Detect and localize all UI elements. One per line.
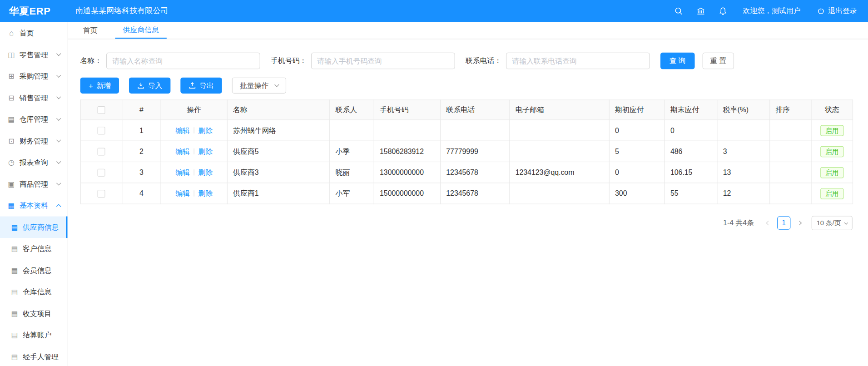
sidebar-item-label: 销售管理 <box>20 93 68 103</box>
edit-link[interactable]: 编辑 <box>175 147 190 155</box>
company-name: 南通某某网络科技有限公司 <box>75 6 169 16</box>
begin-payable-cell: 0 <box>609 162 665 183</box>
export-button[interactable]: 导出 <box>181 78 222 94</box>
status-badge[interactable]: 启用 <box>820 167 843 178</box>
export-label: 导出 <box>199 80 214 90</box>
select-cell <box>80 183 122 204</box>
sidebar-item-goods[interactable]: ▣ 商品管理 <box>0 173 68 195</box>
sidebar-item-label: 零售管理 <box>20 49 68 59</box>
status-badge[interactable]: 启用 <box>820 188 843 199</box>
sidebar-item-handler-management[interactable]: ▤ 经手人管理 <box>0 346 68 366</box>
select-all-checkbox[interactable] <box>98 106 105 114</box>
tax-rate-cell: 3 <box>717 141 770 162</box>
report-icon: ◷ <box>7 158 15 167</box>
sidebar-item-label: 财务管理 <box>20 136 68 146</box>
sales-icon: ⊟ <box>7 94 15 102</box>
tab-home[interactable]: 首页 <box>75 22 105 39</box>
sidebar-item-home[interactable]: ⌂ 首页 <box>0 22 68 44</box>
sidebar-item-purchase[interactable]: ⊞ 采购管理 <box>0 65 68 87</box>
sidebar-item-customer-info[interactable]: ▤ 客户信息 <box>0 238 68 260</box>
reset-button[interactable]: 重 置 <box>702 53 734 69</box>
import-button[interactable]: 导入 <box>129 78 170 94</box>
purchase-icon: ⊞ <box>7 72 15 80</box>
sidebar-item-reports[interactable]: ◷ 报表查询 <box>0 152 68 173</box>
header-tax-rate: 税率(%) <box>717 100 770 120</box>
phone-cell: 15806283912 <box>374 141 440 162</box>
sidebar-item-member-info[interactable]: ▤ 会员信息 <box>0 260 68 282</box>
sidebar-item-income-expense[interactable]: ▤ 收支项目 <box>0 303 68 325</box>
platform-icon[interactable] <box>696 7 705 16</box>
status-badge[interactable]: 启用 <box>820 146 843 157</box>
begin-payable-cell: 300 <box>609 183 665 204</box>
contact-cell: 小季 <box>330 141 374 162</box>
export-icon <box>189 82 196 89</box>
delete-link[interactable]: 删除 <box>198 147 213 155</box>
begin-payable-cell: 0 <box>609 120 665 141</box>
delete-link[interactable]: 删除 <box>198 189 213 197</box>
notification-bell-icon[interactable] <box>719 7 728 16</box>
phone-filter-label: 手机号码： <box>271 56 307 66</box>
add-label: 新增 <box>96 80 111 90</box>
status-cell: 启用 <box>811 141 853 162</box>
telephone-filter-input[interactable] <box>506 53 650 69</box>
header-index: # <box>122 100 161 120</box>
ops-cell: 编辑删除 <box>161 120 227 141</box>
tab-supplier-info[interactable]: 供应商信息 <box>115 22 167 39</box>
retail-icon: ◫ <box>7 50 15 59</box>
page-size-value: 10 条/页 <box>817 218 841 228</box>
edit-link[interactable]: 编辑 <box>175 126 190 134</box>
app-logo: 华夏ERP <box>9 5 67 18</box>
phone-filter-input[interactable] <box>311 53 455 69</box>
header-end-payable: 期末应付 <box>665 100 717 120</box>
sidebar-item-warehouse-info[interactable]: ▤ 仓库信息 <box>0 281 68 303</box>
end-payable-cell: 0 <box>665 120 717 141</box>
delete-link[interactable]: 删除 <box>198 126 213 134</box>
sidebar-item-sales[interactable]: ⊟ 销售管理 <box>0 87 68 109</box>
table-row: 4 编辑删除 供应商1 小军 15000000000 12345678 300 … <box>80 183 853 204</box>
row-checkbox[interactable] <box>98 127 105 134</box>
search-button[interactable]: 查 询 <box>660 53 694 69</box>
end-payable-cell: 55 <box>665 183 717 204</box>
sidebar-item-settlement-account[interactable]: ▤ 结算账户 <box>0 324 68 346</box>
header-ops: 操作 <box>161 100 227 120</box>
add-button[interactable]: + 新增 <box>80 78 119 94</box>
sidebar-item-label: 仓库信息 <box>23 287 68 297</box>
end-payable-cell: 486 <box>665 141 717 162</box>
header-telephone: 联系电话 <box>441 100 510 120</box>
telephone-cell: 12345678 <box>441 183 510 204</box>
telephone-cell: 77779999 <box>441 141 510 162</box>
edit-link[interactable]: 编辑 <box>175 168 190 176</box>
sidebar-item-finance[interactable]: ⊡ 财务管理 <box>0 130 68 152</box>
sidebar-item-label: 供应商信息 <box>23 222 66 232</box>
sidebar-item-supplier-info[interactable]: ▤ 供应商信息 <box>0 217 68 238</box>
email-cell <box>510 120 609 141</box>
batch-actions-button[interactable]: 批量操作 <box>232 78 286 94</box>
chevron-right-icon <box>797 221 802 225</box>
page-number-button[interactable]: 1 <box>777 217 790 230</box>
document-icon: ▤ <box>10 331 19 339</box>
name-filter-input[interactable] <box>106 53 260 69</box>
power-icon <box>817 7 825 15</box>
sidebar-item-warehouse[interactable]: ▤ 仓库管理 <box>0 109 68 130</box>
sidebar-submenu: ▤ 供应商信息 ▤ 客户信息 ▤ 会员信息 ▤ 仓库信息 ▤ 收支项目 <box>0 217 68 366</box>
name-cell: 苏州蜗牛网络 <box>227 120 329 141</box>
delete-link[interactable]: 删除 <box>198 168 213 176</box>
edit-link[interactable]: 编辑 <box>175 189 190 197</box>
row-checkbox[interactable] <box>98 169 105 177</box>
row-checkbox[interactable] <box>98 190 105 198</box>
sidebar-item-basic-data[interactable]: ▦ 基本资料 <box>0 195 68 217</box>
search-icon[interactable] <box>674 7 683 16</box>
next-page-button[interactable] <box>795 217 805 230</box>
index-cell: 4 <box>122 183 161 204</box>
sidebar-item-retail[interactable]: ◫ 零售管理 <box>0 44 68 65</box>
row-checkbox[interactable] <box>98 148 105 156</box>
sidebar-item-label: 商品管理 <box>20 179 68 189</box>
logout-button[interactable]: 退出登录 <box>817 6 857 16</box>
email-cell <box>510 141 609 162</box>
document-icon: ▤ <box>10 245 19 253</box>
sidebar-item-label: 经手人管理 <box>23 352 68 362</box>
prev-page-button[interactable] <box>763 217 773 230</box>
status-badge[interactable]: 启用 <box>820 125 843 136</box>
table-row: 1 编辑删除 苏州蜗牛网络 0 0 启用 <box>80 120 853 141</box>
page-size-select[interactable]: 10 条/页 <box>812 216 853 230</box>
